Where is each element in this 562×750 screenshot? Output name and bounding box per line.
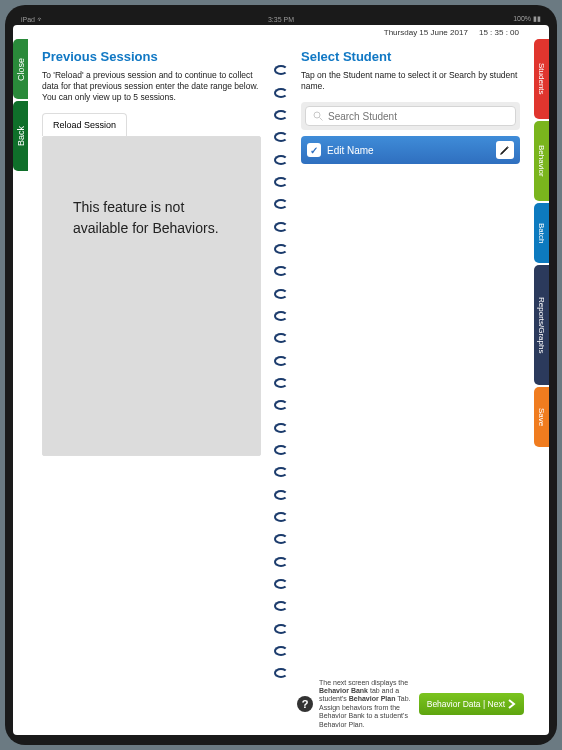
edit-name-button[interactable] <box>496 141 514 159</box>
left-page: Previous Sessions To 'Reload' a previous… <box>28 39 275 735</box>
save-tab[interactable]: Save <box>534 387 549 447</box>
next-button-label: Behavior Data | Next <box>427 699 505 709</box>
status-right: 100% ▮▮ <box>513 15 541 23</box>
status-time: 3:35 PM <box>268 16 294 23</box>
back-tab[interactable]: Back <box>13 101 28 171</box>
device-frame: iPad ᯤ 3:35 PM 100% ▮▮ Thursday 15 June … <box>5 5 557 745</box>
left-spine-tabs: Close Back <box>13 39 28 735</box>
footer-help-text: The next screen displays the Behavior Ba… <box>319 679 413 729</box>
reload-session-tab[interactable]: Reload Session <box>42 113 127 136</box>
reports-tab[interactable]: Reports/Graphs <box>534 265 549 385</box>
screen: Thursday 15 June 2017 15 : 35 : 00 Close… <box>13 25 549 735</box>
search-container <box>301 102 520 130</box>
svg-line-1 <box>320 118 323 121</box>
current-date: Thursday 15 June 2017 <box>384 28 468 37</box>
batch-tab[interactable]: Batch <box>534 203 549 263</box>
right-spine-tabs: Students Behavior Batch Reports/Graphs S… <box>534 39 549 735</box>
feature-unavailable-panel: This feature is not available for Behavi… <box>42 136 261 456</box>
main-area: Close Back Previous Sessions To 'Reload'… <box>13 39 549 735</box>
right-page-footer: ? The next screen displays the Behavior … <box>297 679 524 729</box>
chevron-right-icon <box>508 699 516 709</box>
spiral-binding <box>275 39 287 735</box>
previous-sessions-desc: To 'Reload' a previous session and to co… <box>42 70 261 103</box>
select-student-title: Select Student <box>301 49 520 64</box>
previous-sessions-title: Previous Sessions <box>42 49 261 64</box>
status-left: iPad ᯤ <box>21 16 44 23</box>
search-box[interactable] <box>305 106 516 126</box>
select-student-desc: Tap on the Student name to select it or … <box>301 70 520 92</box>
close-tab[interactable]: Close <box>13 39 28 99</box>
search-icon <box>312 110 324 122</box>
current-time: 15 : 35 : 00 <box>479 28 519 37</box>
pencil-icon <box>499 144 511 156</box>
behavior-data-next-button[interactable]: Behavior Data | Next <box>419 693 524 715</box>
right-page: Select Student Tap on the Student name t… <box>287 39 534 735</box>
binder-pages: Previous Sessions To 'Reload' a previous… <box>28 39 534 735</box>
student-row-label: Edit Name <box>327 145 490 156</box>
check-icon: ✓ <box>307 143 321 157</box>
student-row[interactable]: ✓ Edit Name <box>301 136 520 164</box>
behavior-tab[interactable]: Behavior <box>534 121 549 201</box>
svg-point-0 <box>314 112 320 118</box>
datetime-bar: Thursday 15 June 2017 15 : 35 : 00 <box>13 25 549 39</box>
feature-unavailable-text: This feature is not available for Behavi… <box>73 197 230 239</box>
tab-strip: Reload Session <box>42 113 261 136</box>
students-tab[interactable]: Students <box>534 39 549 119</box>
help-icon[interactable]: ? <box>297 696 313 712</box>
status-bar: iPad ᯤ 3:35 PM 100% ▮▮ <box>13 13 549 25</box>
search-input[interactable] <box>328 111 509 122</box>
